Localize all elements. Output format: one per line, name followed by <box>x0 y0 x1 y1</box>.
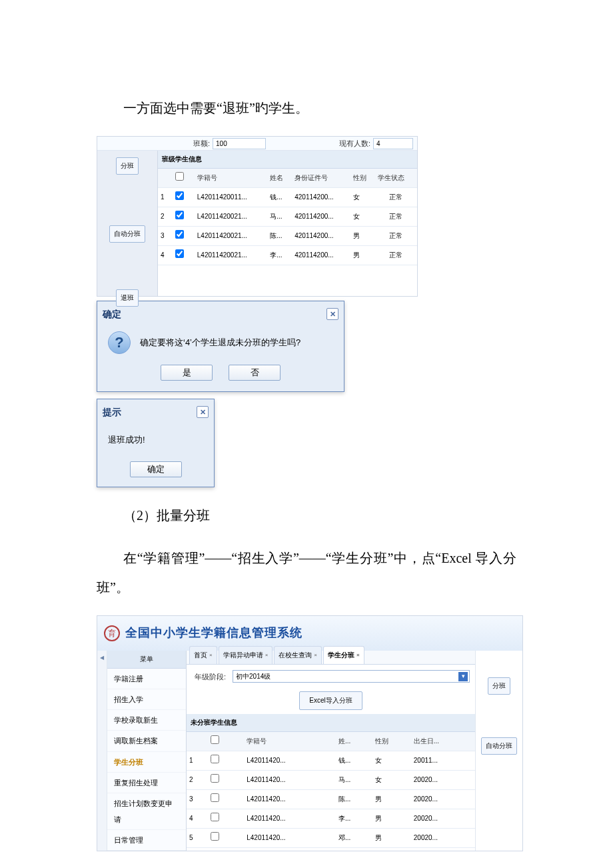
table-row[interactable]: 4L42011420...李...男20020... <box>187 809 475 828</box>
paragraph-2b: 在“学籍管理”——“招生入学”——“学生分班”中，点“Excel 导入分班”。 <box>97 543 516 602</box>
column-header: 姓... <box>336 732 372 751</box>
select-all-checkbox[interactable] <box>211 735 219 744</box>
row-checkbox[interactable] <box>211 832 219 841</box>
column-header <box>187 732 205 751</box>
column-header: 性别 <box>372 732 411 751</box>
assign-class-button[interactable]: 分班 <box>116 157 139 175</box>
nav-item[interactable]: 调取新生档案 <box>107 731 186 751</box>
collapse-handle[interactable]: ◀ <box>97 651 107 851</box>
column-header: 身份证件号 <box>292 169 350 188</box>
nav-item[interactable]: 学籍注册 <box>107 669 186 689</box>
label-count: 现有人数: <box>336 135 373 151</box>
nav-item[interactable]: 学校录取新生 <box>107 710 186 731</box>
tab-close-icon[interactable]: × <box>265 649 269 661</box>
section-class-students: 班级学生信息 <box>158 151 417 169</box>
system-title: 全国中小学生学籍信息管理系统 <box>125 620 303 647</box>
grade-label: 年级阶段: <box>192 669 229 685</box>
nav-item[interactable]: 日常管理 <box>107 830 186 851</box>
student-system-panel: 育 全国中小学生学籍信息管理系统 ◀ 菜单 学籍注册招生入学学校录取新生调取新生… <box>97 615 523 851</box>
table-row[interactable]: 5L42011420...邓...男20020... <box>187 828 475 847</box>
tab-close-icon[interactable]: × <box>356 649 360 661</box>
nav-item[interactable]: 重复招生处理 <box>107 773 186 793</box>
row-checkbox[interactable] <box>211 774 219 783</box>
table-row[interactable]: 3L42011420...陈...男20020... <box>187 789 475 809</box>
column-header <box>170 169 195 188</box>
tab-bar: 首页×学籍异动申请×在校生查询×学生分班× <box>187 651 475 665</box>
table-row[interactable]: 2L42011420021...马...420114200...女正常 <box>158 207 417 227</box>
tab-close-icon[interactable]: × <box>209 649 213 661</box>
excel-import-button[interactable]: Excel导入分班 <box>299 691 362 710</box>
paragraph-2a: （2）批量分班 <box>97 501 516 530</box>
input-count[interactable] <box>373 138 413 149</box>
column-header <box>205 732 244 751</box>
table-row[interactable]: 1L42011420011...钱...420114200...女正常 <box>158 188 417 207</box>
yes-button[interactable]: 是 <box>161 365 213 381</box>
table-row[interactable]: 3L42011420021...陈...420114200...男正常 <box>158 227 417 246</box>
grade-select[interactable]: 初中2014级 ▾ <box>233 670 470 683</box>
nav-item[interactable]: 学生分班 <box>107 752 186 773</box>
class-students-table: 学籍号姓名身份证件号性别学生状态 1L42011420011...钱...420… <box>158 169 417 265</box>
table-row[interactable]: 1L42011420...钱...女20011... <box>187 751 475 770</box>
section-unassigned: 未分班学生信息 <box>187 714 475 732</box>
row-checkbox[interactable] <box>211 793 219 802</box>
column-header: 性别 <box>350 169 375 188</box>
column-header: 学生状态 <box>375 169 417 188</box>
unassigned-students-table: 学籍号姓...性别出生日... 1L42011420...钱...女20011.… <box>187 732 475 848</box>
row-checkbox[interactable] <box>211 813 219 821</box>
tab[interactable]: 在校生查询× <box>274 646 322 664</box>
grade-value: 初中2014级 <box>236 669 271 684</box>
label-bane: 班额: <box>191 135 213 151</box>
column-header: 学籍号 <box>244 732 336 751</box>
auto-assign-button[interactable]: 自动分班 <box>481 737 517 755</box>
row-checkbox[interactable] <box>211 755 219 763</box>
no-button[interactable]: 否 <box>229 365 281 381</box>
column-header: 学籍号 <box>195 169 268 188</box>
dialog-message: 退班成功! <box>97 425 214 455</box>
question-icon: ? <box>108 331 131 354</box>
confirm-dialog: 确定 ✕ ? 确定要将这‘4’个学生退成未分班的学生吗? 是 否 <box>97 301 344 392</box>
nav-header: 菜单 <box>107 651 186 669</box>
tab-close-icon[interactable]: × <box>314 649 317 661</box>
row-checkbox[interactable] <box>175 249 184 258</box>
table-row[interactable]: 4L42011420021...李...420114200...男正常 <box>158 246 417 265</box>
column-header: 姓名 <box>267 169 292 188</box>
ok-button[interactable]: 确定 <box>130 461 182 477</box>
chevron-down-icon: ▾ <box>458 672 468 681</box>
tab[interactable]: 首页× <box>189 646 217 664</box>
select-all-checkbox[interactable] <box>175 172 184 181</box>
input-bane[interactable] <box>213 138 266 149</box>
system-logo-icon: 育 <box>104 625 120 641</box>
dialog-title: 提示 <box>103 402 121 423</box>
assign-class-button[interactable]: 分班 <box>488 677 510 695</box>
table-row[interactable]: 2L42011420...马...女20020... <box>187 770 475 789</box>
tab[interactable]: 学生分班× <box>323 646 364 664</box>
close-icon[interactable]: ✕ <box>326 308 338 320</box>
row-checkbox[interactable] <box>175 230 184 239</box>
column-header <box>158 169 170 188</box>
row-checkbox[interactable] <box>175 191 184 200</box>
tab[interactable]: 学籍异动申请× <box>219 646 273 664</box>
dialog-message: 确定要将这‘4’个学生退成未分班的学生吗? <box>140 333 301 353</box>
class-students-panel: 班额: 现有人数: 分班 自动分班 退班 班级学生信息 学籍号 <box>97 136 418 297</box>
row-checkbox[interactable] <box>175 211 184 219</box>
auto-assign-button[interactable]: 自动分班 <box>109 225 145 243</box>
left-nav: 菜单 学籍注册招生入学学校录取新生调取新生档案学生分班重复招生处理招生计划数变更… <box>107 651 187 851</box>
nav-item[interactable]: 招生计划数变更申请 <box>107 793 186 830</box>
dialog-title: 确定 <box>103 304 121 325</box>
paragraph-1: 一方面选中需要“退班”旳学生。 <box>97 93 516 123</box>
column-header: 出生日... <box>411 732 475 751</box>
tip-dialog: 提示 ✕ 退班成功! 确定 <box>97 399 215 487</box>
close-icon[interactable]: ✕ <box>197 406 209 418</box>
nav-item[interactable]: 招生入学 <box>107 689 186 710</box>
